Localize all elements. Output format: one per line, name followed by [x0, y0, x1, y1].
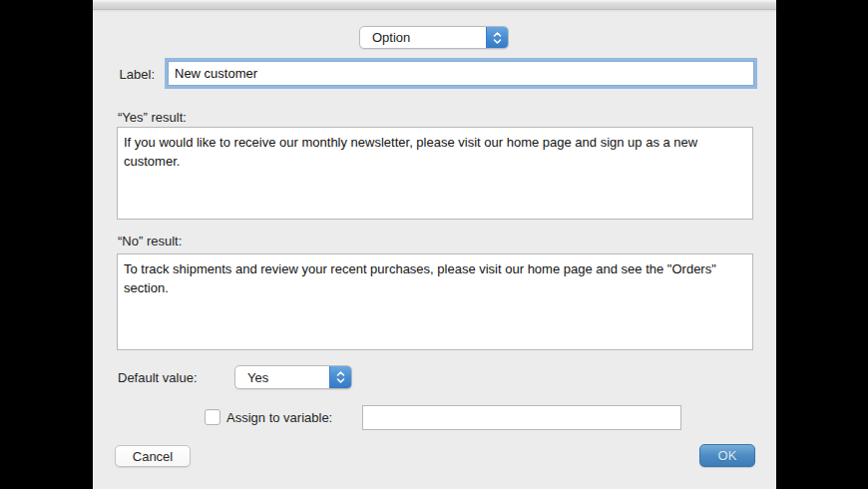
default-value-label: Default value: — [118, 370, 198, 385]
window-edge-strip — [93, 0, 776, 10]
ok-button[interactable]: OK — [699, 444, 755, 467]
option-type-popup-value: Option — [372, 30, 410, 45]
option-type-popup[interactable]: Option — [359, 26, 509, 49]
screen-background: Option Label: “Yes” result: If you would… — [0, 0, 868, 489]
option-dialog: Option Label: “Yes” result: If you would… — [93, 0, 776, 489]
default-value-popup-value: Yes — [247, 370, 268, 385]
label-field-label: Label: — [111, 67, 155, 82]
assign-variable-checkbox[interactable] — [205, 409, 220, 425]
cancel-button[interactable]: Cancel — [115, 445, 191, 467]
no-result-textarea[interactable]: To track shipments and review your recen… — [117, 253, 753, 350]
label-input[interactable] — [168, 61, 754, 86]
default-value-popup[interactable]: Yes — [234, 365, 352, 389]
cancel-button-label: Cancel — [133, 449, 173, 464]
assign-variable-input[interactable] — [362, 405, 681, 430]
chevron-up-down-icon — [486, 27, 508, 48]
yes-result-label: “Yes” result: — [118, 110, 187, 125]
assign-variable-label: Assign to variable: — [226, 410, 332, 425]
no-result-label: “No” result: — [118, 234, 182, 248]
yes-result-textarea[interactable]: If you would like to receive our monthly… — [117, 127, 753, 220]
chevron-up-down-icon — [329, 366, 351, 388]
ok-button-label: OK — [718, 448, 737, 463]
